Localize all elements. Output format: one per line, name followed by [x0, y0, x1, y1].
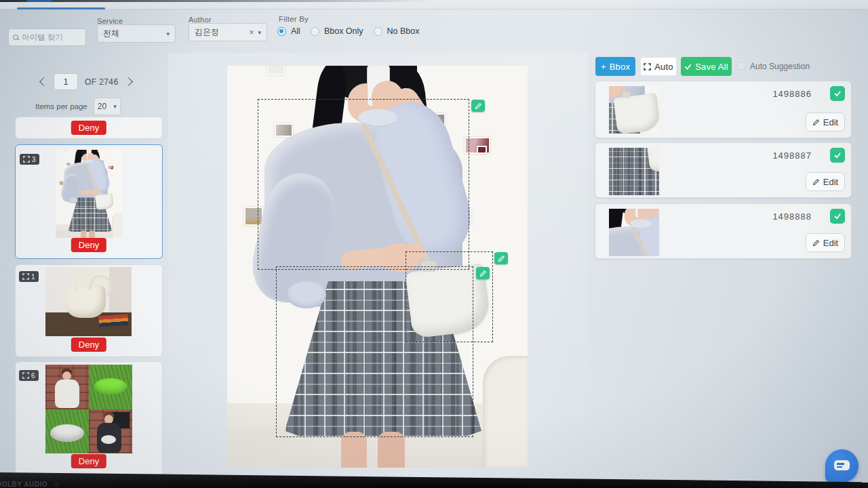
radio-no-bbox[interactable] — [374, 27, 382, 36]
chevron-down-icon: ▾ — [166, 30, 170, 37]
deny-button[interactable]: Deny — [71, 338, 106, 352]
edit-bbox-button[interactable] — [471, 100, 485, 112]
save-all-label: Save All — [695, 62, 728, 72]
photo-scene — [609, 148, 659, 195]
auto-suggestion-checkbox[interactable] — [737, 62, 746, 70]
page-total-label: OF 2746 — [85, 77, 119, 87]
tote-bag-photo — [45, 267, 132, 336]
edit-button[interactable]: Edit — [806, 172, 845, 191]
wall-photo — [64, 150, 68, 152]
prev-page-button[interactable] — [39, 77, 48, 86]
figure-shirt — [55, 380, 79, 408]
thumbnail-card-partial[interactable]: Deny — [15, 117, 163, 139]
search-icon — [13, 35, 19, 41]
radio-no-bbox-label: No Bbox — [387, 26, 420, 36]
edit-button[interactable]: Edit — [806, 113, 845, 131]
bed-corner — [483, 356, 528, 468]
items-per-page-select[interactable]: 20 ▾ — [94, 98, 121, 115]
service-select[interactable]: 전체 ▾ — [97, 24, 176, 43]
bbox-sweater[interactable] — [258, 99, 469, 270]
auto-label: Auto — [654, 62, 673, 72]
service-value: 전체 — [103, 28, 162, 39]
annotation-checkbox-checked[interactable] — [830, 86, 845, 101]
bbox-count-badge: 6 — [19, 370, 39, 381]
plus-icon: + — [601, 62, 606, 72]
blanket-corner — [56, 230, 69, 238]
check-icon — [684, 63, 692, 70]
collage-photo — [45, 365, 132, 453]
sleeve-cuff — [68, 197, 77, 203]
auto-button[interactable]: Auto — [640, 57, 677, 76]
leg — [81, 230, 86, 238]
edit-label: Edit — [823, 117, 838, 127]
bbox-corners-icon — [22, 372, 29, 379]
wall-shadow — [109, 267, 132, 315]
check-icon — [833, 212, 842, 220]
deny-button[interactable]: Deny — [71, 454, 106, 468]
clear-icon[interactable]: × — [249, 28, 254, 37]
collage-cell — [45, 409, 89, 454]
annotation-checkbox-checked[interactable] — [830, 148, 845, 163]
chat-widget-button[interactable] — [825, 449, 859, 483]
bag-clasp — [98, 193, 102, 196]
photo-scene — [609, 86, 659, 134]
pagination: OF 2746 — [41, 73, 132, 90]
fanny-pack — [94, 378, 127, 394]
edit-bbox-button[interactable] — [476, 267, 490, 279]
sun-icon: ☼ — [53, 480, 60, 488]
photo-scene — [609, 209, 659, 256]
thumbnail-card-tote[interactable]: 1 Deny — [15, 264, 163, 357]
edit-label: Edit — [823, 177, 838, 187]
page-number-input[interactable] — [54, 73, 78, 90]
white-bag — [613, 93, 659, 134]
edit-bbox-button[interactable] — [494, 252, 508, 264]
white-bag — [95, 193, 114, 210]
photo-scene — [56, 150, 122, 238]
radio-all[interactable] — [277, 27, 286, 36]
check-icon — [833, 151, 842, 159]
chevron-down-icon: ▾ — [113, 103, 117, 110]
edit-label: Edit — [823, 238, 838, 248]
add-bbox-button[interactable]: + Bbox — [595, 57, 635, 76]
bbox-skirt[interactable] — [276, 266, 473, 437]
bag-clasp — [622, 92, 630, 98]
annotation-thumbnail — [609, 86, 659, 134]
author-select[interactable]: 김은정 × ▾ — [189, 23, 267, 41]
thumbnail-card-selected[interactable]: 3 Deny — [15, 144, 163, 259]
annotation-checkbox-checked[interactable] — [830, 209, 845, 224]
bbox-corners-icon — [22, 273, 29, 280]
wall-photo — [477, 146, 487, 154]
thumbnail-card-collage[interactable]: 6 Deny — [15, 361, 163, 477]
deny-button[interactable]: Deny — [71, 121, 106, 135]
annotation-thumbnail — [609, 148, 659, 195]
save-all-button[interactable]: Save All — [681, 57, 732, 76]
annotation-id: 1498887 — [772, 150, 812, 161]
annotation-id: 1498886 — [772, 89, 812, 99]
check-icon — [833, 89, 842, 98]
add-bbox-label: Bbox — [610, 62, 630, 72]
thumbnail-image — [45, 267, 132, 336]
items-per-page-label: Items per page — [35, 102, 87, 110]
author-value: 김은정 — [195, 26, 245, 38]
pencil-icon — [812, 239, 820, 247]
search-input[interactable] — [22, 33, 79, 41]
radio-bbox-only-label: Bbox Only — [324, 26, 363, 36]
hand — [90, 189, 99, 195]
deny-button[interactable]: Deny — [71, 238, 106, 252]
fanny-pack — [50, 424, 84, 442]
next-page-button[interactable] — [124, 77, 133, 86]
fanny-pack — [101, 435, 116, 444]
monitor-bezel: DOLBY AUDIO ☼ — [0, 472, 868, 488]
chevron-down-icon: ▾ — [258, 29, 261, 36]
item-search-box[interactable] — [8, 28, 86, 46]
radio-bbox-only[interactable] — [311, 27, 319, 36]
figure-head — [104, 415, 113, 424]
collage-cell — [89, 365, 132, 409]
wall-photo — [267, 66, 285, 75]
annotation-card: 1498886 Edit — [595, 81, 852, 138]
pencil-icon — [479, 270, 487, 277]
pencil-icon — [475, 102, 482, 110]
bbox-count: 1 — [31, 273, 35, 281]
filter-by-label: Filter By — [279, 15, 309, 23]
edit-button[interactable]: Edit — [806, 233, 845, 252]
